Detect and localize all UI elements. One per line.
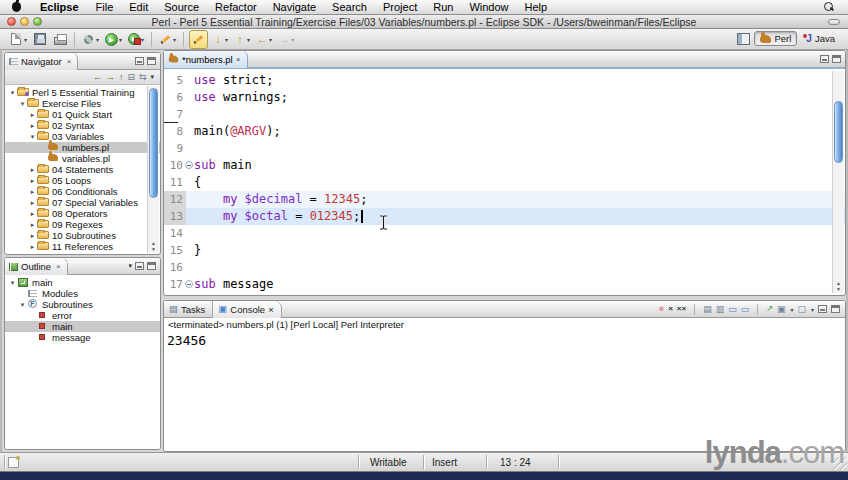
tree-item-error[interactable]: error <box>5 310 160 321</box>
tree-item-perl-5-essential-training[interactable]: ▾Perl 5 Essential Training <box>5 87 160 98</box>
fold-collapse-icon[interactable] <box>185 161 193 169</box>
twistie-icon[interactable]: ▸ <box>28 177 37 185</box>
tree-item-main[interactable]: main <box>5 321 160 332</box>
perspective-perl-button[interactable]: Perl <box>754 31 797 46</box>
maximize-editor-button[interactable] <box>832 55 841 63</box>
twistie-icon[interactable]: ▾ <box>8 89 17 97</box>
code-line-12[interactable]: 12 my $decimal = 12345; <box>164 191 845 208</box>
previous-annotation-button[interactable]: ↑▾ <box>232 31 252 47</box>
tree-item-07-special-variables[interactable]: ▸07 Special Variables <box>5 197 160 208</box>
maximize-view-button[interactable] <box>831 305 840 313</box>
menu-search[interactable]: Search <box>324 0 375 15</box>
menu-run[interactable]: Run <box>425 0 461 15</box>
scrollbar-thumb[interactable] <box>834 101 843 163</box>
tab-console[interactable]: ▣ Console × <box>213 301 281 318</box>
code-line-14[interactable]: 14 <box>164 225 845 242</box>
chevron-down-icon[interactable]: ▾ <box>173 36 176 43</box>
minimize-window-button[interactable] <box>20 17 29 26</box>
tree-item-06-conditionals[interactable]: ▸06 Conditionals <box>5 186 160 197</box>
navigator-scrollbar[interactable]: ▲▼ <box>147 86 159 253</box>
save-button[interactable] <box>31 31 49 47</box>
mark-occurrences-button[interactable] <box>189 30 208 49</box>
twistie-icon[interactable]: ▸ <box>28 166 37 174</box>
remove-all-launches-icon[interactable]: ×× <box>677 304 686 314</box>
menu-file[interactable]: File <box>88 0 122 15</box>
tree-item-02-syntax[interactable]: ▸02 Syntax <box>5 120 160 131</box>
code-line-17[interactable]: 17sub message <box>164 276 845 293</box>
fold-collapse-icon[interactable] <box>185 280 193 288</box>
twistie-icon[interactable]: ▸ <box>28 188 37 196</box>
twistie-icon[interactable]: ▾ <box>18 100 27 108</box>
code-line-9[interactable]: 9 <box>164 140 845 157</box>
perspective-java-button[interactable]: J Java <box>801 32 840 45</box>
chevron-down-icon[interactable]: ▾ <box>790 306 793 313</box>
twistie-icon[interactable]: ▾ <box>18 301 27 309</box>
chevron-down-icon[interactable]: ▾ <box>225 36 228 43</box>
editor-scrollbar[interactable]: ▲▼ <box>832 71 844 293</box>
tree-item-message[interactable]: message <box>5 332 160 343</box>
tree-item-09-regexes[interactable]: ▸09 Regexes <box>5 219 160 230</box>
chevron-down-icon[interactable]: ▾ <box>269 36 272 43</box>
collapse-all-icon[interactable]: ⊟ <box>127 72 135 82</box>
twistie-icon[interactable]: ▸ <box>28 122 37 130</box>
code-line-13[interactable]: 13 my $octal = 012345; <box>164 208 845 225</box>
debug-button[interactable]: ▾ <box>80 32 101 47</box>
chevron-down-icon[interactable]: ▾ <box>119 36 122 43</box>
code-line-8[interactable]: 8main(@ARGV); <box>164 123 845 140</box>
word-wrap-icon[interactable]: ▭ <box>728 304 737 314</box>
titlebar-widget[interactable] <box>828 19 840 25</box>
menu-refactor[interactable]: Refactor <box>207 0 265 15</box>
tree-item-main[interactable]: ▾main <box>5 277 160 288</box>
close-icon[interactable]: × <box>236 55 241 64</box>
back-history-button[interactable]: ←▾ <box>254 31 274 47</box>
chevron-down-icon[interactable]: ▾ <box>24 36 27 43</box>
nav-back-icon[interactable]: ← <box>93 72 102 82</box>
tab-numbers-pl[interactable]: *numbers.pl × <box>164 50 248 68</box>
code-line-16[interactable]: 16 <box>164 259 845 276</box>
nav-up-icon[interactable]: ↑ <box>119 72 124 82</box>
tab-navigator[interactable]: Navigator × <box>5 53 78 70</box>
code-area[interactable]: 5use strict;6use warnings;78main(@ARGV);… <box>164 69 845 295</box>
code-line-6[interactable]: 6use warnings; <box>164 89 845 106</box>
show-output-icon[interactable]: ▭ <box>741 304 750 314</box>
menu-navigate[interactable]: Navigate <box>265 0 324 15</box>
tree-item-subroutines[interactable]: ▾FSubroutines <box>5 299 160 310</box>
close-icon[interactable]: × <box>67 57 72 66</box>
scrollbar-thumb[interactable] <box>149 88 158 198</box>
chevron-down-icon[interactable]: ▾ <box>141 36 144 43</box>
close-window-button[interactable] <box>7 17 16 26</box>
twistie-icon[interactable]: ▾ <box>8 279 17 287</box>
maximize-view-button[interactable] <box>147 57 156 65</box>
tree-item-variables-pl[interactable]: variables.pl <box>5 153 160 164</box>
link-with-editor-icon[interactable]: ⇆ <box>139 72 147 82</box>
zoom-window-button[interactable] <box>33 17 42 26</box>
new-wizard-button[interactable]: ▾ <box>7 31 29 47</box>
tab-tasks[interactable]: ▤ Tasks <box>164 301 213 318</box>
toggle-marker-button[interactable]: ▾ <box>157 31 178 48</box>
twistie-icon[interactable]: ▸ <box>28 111 37 119</box>
minimize-view-button[interactable] <box>135 57 144 65</box>
twistie-icon[interactable]: ▸ <box>28 221 37 229</box>
twistie-icon[interactable]: ▸ <box>28 199 37 207</box>
nav-forward-icon[interactable]: → <box>106 72 115 82</box>
tab-outline[interactable]: Outline × <box>5 258 68 275</box>
tree-item-modules[interactable]: Modules <box>5 288 160 299</box>
twistie-icon[interactable]: ▸ <box>28 232 37 240</box>
print-button[interactable] <box>51 32 69 46</box>
chevron-down-icon[interactable]: ▾ <box>811 306 814 313</box>
tree-item-11-references[interactable]: ▸11 References <box>5 241 160 252</box>
twistie-icon[interactable]: ▸ <box>28 210 37 218</box>
clear-console-icon[interactable]: ▤ <box>703 304 712 314</box>
pin-console-icon[interactable]: ↗ <box>766 304 773 314</box>
minimize-editor-button[interactable] <box>820 55 829 63</box>
menu-project[interactable]: Project <box>375 0 425 15</box>
apple-menu-icon[interactable] <box>12 2 21 12</box>
tree-item-03-variables[interactable]: ▾03 Variables <box>5 131 160 142</box>
run-button[interactable]: ▶▾ <box>103 32 124 47</box>
code-line-7[interactable]: 7 <box>164 106 845 123</box>
tree-item-01-quick-start[interactable]: ▸01 Quick Start <box>5 109 160 120</box>
tree-item-04-statements[interactable]: ▸04 Statements <box>5 164 160 175</box>
tree-item-08-operators[interactable]: ▸08 Operators <box>5 208 160 219</box>
minimize-view-button[interactable] <box>818 305 827 313</box>
forward-history-button[interactable]: →▾ <box>276 31 296 47</box>
